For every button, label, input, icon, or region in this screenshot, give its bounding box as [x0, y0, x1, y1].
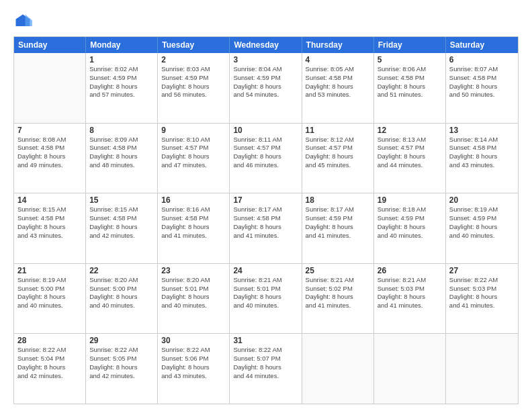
day-info: Sunrise: 8:22 AM Sunset: 5:06 PM Dayligh…: [161, 346, 226, 380]
calendar-row-2: 7Sunrise: 8:08 AM Sunset: 4:58 PM Daylig…: [14, 123, 518, 193]
day-number: 27: [449, 266, 515, 275]
calendar-row-3: 14Sunrise: 8:15 AM Sunset: 4:58 PM Dayli…: [14, 193, 518, 263]
day-number: 20: [449, 195, 515, 205]
day-number: 9: [161, 126, 226, 135]
cal-cell: 8Sunrise: 8:09 AM Sunset: 4:58 PM Daylig…: [86, 124, 158, 193]
day-info: Sunrise: 8:22 AM Sunset: 5:07 PM Dayligh…: [233, 346, 298, 380]
calendar-row-1: 1Sunrise: 8:02 AM Sunset: 4:59 PM Daylig…: [14, 53, 518, 123]
day-info: Sunrise: 8:06 AM Sunset: 4:58 PM Dayligh…: [378, 65, 442, 99]
cal-cell: [374, 334, 446, 404]
cal-cell: 6Sunrise: 8:07 AM Sunset: 4:58 PM Daylig…: [446, 53, 518, 123]
day-number: 3: [233, 55, 298, 64]
cal-cell: 13Sunrise: 8:14 AM Sunset: 4:58 PM Dayli…: [446, 124, 518, 193]
day-info: Sunrise: 8:05 AM Sunset: 4:58 PM Dayligh…: [306, 65, 370, 99]
day-info: Sunrise: 8:12 AM Sunset: 4:57 PM Dayligh…: [306, 136, 370, 170]
day-number: 15: [89, 195, 154, 205]
day-info: Sunrise: 8:13 AM Sunset: 4:57 PM Dayligh…: [378, 136, 442, 170]
cal-cell: 9Sunrise: 8:10 AM Sunset: 4:57 PM Daylig…: [158, 124, 230, 193]
page: SundayMondayTuesdayWednesdayThursdayFrid…: [0, 0, 532, 411]
cal-cell: 21Sunrise: 8:19 AM Sunset: 5:00 PM Dayli…: [14, 264, 86, 334]
cal-cell: 10Sunrise: 8:11 AM Sunset: 4:57 PM Dayli…: [230, 124, 302, 193]
day-number: 6: [449, 55, 515, 64]
day-info: Sunrise: 8:22 AM Sunset: 5:04 PM Dayligh…: [17, 346, 82, 380]
cal-cell: [302, 334, 374, 404]
header: [13, 12, 519, 31]
header-day-thursday: Thursday: [302, 37, 374, 53]
day-info: Sunrise: 8:04 AM Sunset: 4:59 PM Dayligh…: [233, 65, 298, 99]
day-number: 16: [161, 195, 226, 205]
cal-cell: 19Sunrise: 8:18 AM Sunset: 4:59 PM Dayli…: [374, 193, 446, 263]
day-info: Sunrise: 8:17 AM Sunset: 4:59 PM Dayligh…: [306, 205, 370, 240]
day-number: 2: [161, 55, 226, 64]
cal-cell: 3Sunrise: 8:04 AM Sunset: 4:59 PM Daylig…: [230, 53, 302, 123]
cal-cell: 18Sunrise: 8:17 AM Sunset: 4:59 PM Dayli…: [302, 193, 374, 263]
day-number: 26: [378, 266, 442, 275]
day-info: Sunrise: 8:10 AM Sunset: 4:57 PM Dayligh…: [161, 136, 226, 170]
cal-cell: 30Sunrise: 8:22 AM Sunset: 5:06 PM Dayli…: [158, 334, 230, 404]
day-number: 22: [89, 266, 154, 275]
day-number: 14: [17, 195, 82, 205]
cal-cell: 11Sunrise: 8:12 AM Sunset: 4:57 PM Dayli…: [302, 124, 374, 193]
day-info: Sunrise: 8:16 AM Sunset: 4:58 PM Dayligh…: [161, 205, 226, 240]
cal-cell: 12Sunrise: 8:13 AM Sunset: 4:57 PM Dayli…: [374, 124, 446, 193]
svg-marker-1: [26, 15, 33, 27]
calendar-header: SundayMondayTuesdayWednesdayThursdayFrid…: [14, 37, 518, 53]
cal-cell: 20Sunrise: 8:19 AM Sunset: 4:59 PM Dayli…: [446, 193, 518, 263]
day-number: 28: [17, 336, 82, 345]
day-number: 17: [233, 195, 298, 205]
header-day-tuesday: Tuesday: [158, 37, 230, 53]
day-number: 7: [17, 126, 82, 135]
calendar-body: 1Sunrise: 8:02 AM Sunset: 4:59 PM Daylig…: [14, 53, 518, 404]
day-info: Sunrise: 8:02 AM Sunset: 4:59 PM Dayligh…: [89, 65, 154, 99]
day-info: Sunrise: 8:21 AM Sunset: 5:01 PM Dayligh…: [233, 276, 298, 310]
day-info: Sunrise: 8:14 AM Sunset: 4:58 PM Dayligh…: [449, 136, 515, 170]
cal-cell: 28Sunrise: 8:22 AM Sunset: 5:04 PM Dayli…: [14, 334, 86, 404]
cal-cell: 25Sunrise: 8:21 AM Sunset: 5:02 PM Dayli…: [302, 264, 374, 334]
cal-cell: 7Sunrise: 8:08 AM Sunset: 4:58 PM Daylig…: [14, 124, 86, 193]
cal-cell: 5Sunrise: 8:06 AM Sunset: 4:58 PM Daylig…: [374, 53, 446, 123]
cal-cell: [446, 334, 518, 404]
day-number: 4: [306, 55, 370, 64]
day-number: 25: [306, 266, 370, 275]
day-info: Sunrise: 8:19 AM Sunset: 5:00 PM Dayligh…: [17, 276, 82, 310]
day-info: Sunrise: 8:15 AM Sunset: 4:58 PM Dayligh…: [89, 205, 154, 240]
cal-cell: 26Sunrise: 8:21 AM Sunset: 5:03 PM Dayli…: [374, 264, 446, 334]
header-day-friday: Friday: [374, 37, 446, 53]
day-info: Sunrise: 8:03 AM Sunset: 4:59 PM Dayligh…: [161, 65, 226, 99]
header-day-monday: Monday: [86, 37, 158, 53]
day-number: 13: [449, 126, 515, 135]
day-number: 29: [89, 336, 154, 345]
day-number: 8: [89, 126, 154, 135]
header-day-saturday: Saturday: [446, 37, 518, 53]
day-info: Sunrise: 8:20 AM Sunset: 5:01 PM Dayligh…: [161, 276, 226, 310]
logo-icon: [13, 12, 32, 31]
day-info: Sunrise: 8:19 AM Sunset: 4:59 PM Dayligh…: [449, 205, 515, 240]
cal-cell: 4Sunrise: 8:05 AM Sunset: 4:58 PM Daylig…: [302, 53, 374, 123]
day-info: Sunrise: 8:17 AM Sunset: 4:58 PM Dayligh…: [233, 205, 298, 240]
day-number: 21: [17, 266, 82, 275]
day-info: Sunrise: 8:21 AM Sunset: 5:03 PM Dayligh…: [378, 276, 442, 310]
day-number: 19: [378, 195, 442, 205]
header-day-wednesday: Wednesday: [230, 37, 302, 53]
day-number: 10: [233, 126, 298, 135]
header-day-sunday: Sunday: [14, 37, 86, 53]
day-info: Sunrise: 8:15 AM Sunset: 4:58 PM Dayligh…: [17, 205, 82, 240]
day-info: Sunrise: 8:20 AM Sunset: 5:00 PM Dayligh…: [89, 276, 154, 310]
cal-cell: 15Sunrise: 8:15 AM Sunset: 4:58 PM Dayli…: [86, 193, 158, 263]
cal-cell: 29Sunrise: 8:22 AM Sunset: 5:05 PM Dayli…: [86, 334, 158, 404]
day-number: 18: [306, 195, 370, 205]
cal-cell: 2Sunrise: 8:03 AM Sunset: 4:59 PM Daylig…: [158, 53, 230, 123]
day-info: Sunrise: 8:11 AM Sunset: 4:57 PM Dayligh…: [233, 136, 298, 170]
calendar: SundayMondayTuesdayWednesdayThursdayFrid…: [13, 36, 519, 404]
cal-cell: 16Sunrise: 8:16 AM Sunset: 4:58 PM Dayli…: [158, 193, 230, 263]
cal-cell: 1Sunrise: 8:02 AM Sunset: 4:59 PM Daylig…: [86, 53, 158, 123]
day-number: 31: [233, 336, 298, 345]
day-info: Sunrise: 8:09 AM Sunset: 4:58 PM Dayligh…: [89, 136, 154, 170]
cal-cell: 23Sunrise: 8:20 AM Sunset: 5:01 PM Dayli…: [158, 264, 230, 334]
day-number: 23: [161, 266, 226, 275]
day-info: Sunrise: 8:22 AM Sunset: 5:05 PM Dayligh…: [89, 346, 154, 380]
cal-cell: 22Sunrise: 8:20 AM Sunset: 5:00 PM Dayli…: [86, 264, 158, 334]
day-info: Sunrise: 8:07 AM Sunset: 4:58 PM Dayligh…: [449, 65, 515, 99]
cal-cell: 31Sunrise: 8:22 AM Sunset: 5:07 PM Dayli…: [230, 334, 302, 404]
day-number: 30: [161, 336, 226, 345]
